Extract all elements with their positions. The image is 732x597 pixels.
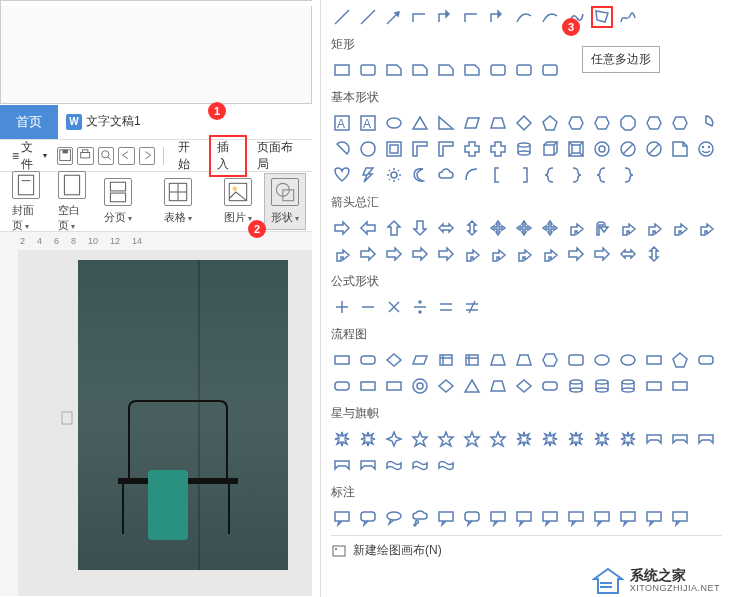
shape-callout-13[interactable] [669, 507, 691, 529]
shape-arrow-18[interactable] [409, 243, 431, 265]
shape-star-11[interactable] [617, 428, 639, 450]
shape-basic-15[interactable] [331, 138, 353, 160]
shape-arrow-11[interactable] [617, 217, 639, 239]
shape-line-5[interactable] [461, 6, 483, 28]
new-canvas-button[interactable]: 新建绘图画布(N) [331, 535, 722, 565]
shape-arrow-6[interactable] [487, 217, 509, 239]
shape-basic-12[interactable] [643, 112, 665, 134]
shape-star-10[interactable] [591, 428, 613, 450]
shape-line-3[interactable] [409, 6, 431, 28]
preview-icon[interactable] [98, 147, 114, 165]
shape-basic-35[interactable] [461, 164, 483, 186]
shape-rect-0[interactable] [331, 59, 353, 81]
shape-callout-5[interactable] [461, 507, 483, 529]
shape-callout-9[interactable] [565, 507, 587, 529]
shape-basic-8[interactable] [539, 112, 561, 134]
shape-basic-20[interactable] [461, 138, 483, 160]
shape-star-5[interactable] [461, 428, 483, 450]
shape-star-7[interactable] [513, 428, 535, 450]
blank-page-button[interactable]: 空白页 [52, 167, 92, 237]
shape-callout-8[interactable] [539, 507, 561, 529]
shape-flow-25[interactable] [591, 375, 613, 397]
shape-formula-4[interactable] [435, 296, 457, 318]
shape-basic-3[interactable] [409, 112, 431, 134]
shape-arrow-16[interactable] [357, 243, 379, 265]
page-layout-menu[interactable]: 页面布局 [251, 135, 306, 177]
shapes-button[interactable]: 形状 [264, 173, 306, 230]
shape-arrow-5[interactable] [461, 217, 483, 239]
tab-document[interactable]: W 文字文稿1 [66, 113, 141, 130]
shape-basic-26[interactable] [617, 138, 639, 160]
shape-rect-8[interactable] [539, 59, 561, 81]
shape-basic-41[interactable] [617, 164, 639, 186]
shape-basic-21[interactable] [487, 138, 509, 160]
shape-formula-0[interactable] [331, 296, 353, 318]
shape-flow-26[interactable] [617, 375, 639, 397]
shape-basic-32[interactable] [383, 164, 405, 186]
shape-basic-24[interactable] [565, 138, 587, 160]
shape-line-7[interactable] [513, 6, 535, 28]
shape-arrow-19[interactable] [435, 243, 457, 265]
shape-arrow-12[interactable] [643, 217, 665, 239]
shape-basic-4[interactable] [435, 112, 457, 134]
shape-callout-11[interactable] [617, 507, 639, 529]
shape-basic-18[interactable] [409, 138, 431, 160]
shape-basic-31[interactable] [357, 164, 379, 186]
inserted-image[interactable] [78, 260, 288, 570]
shape-rect-4[interactable] [435, 59, 457, 81]
shape-flow-7[interactable] [513, 349, 535, 371]
shape-rect-3[interactable] [409, 59, 431, 81]
shape-arrow-21[interactable] [487, 243, 509, 265]
shape-formula-3[interactable] [409, 296, 431, 318]
shape-basic-29[interactable] [695, 138, 717, 160]
shape-arrow-15[interactable] [331, 243, 353, 265]
shape-callout-2[interactable] [383, 507, 405, 529]
shape-basic-5[interactable] [461, 112, 483, 134]
shape-flow-9[interactable] [565, 349, 587, 371]
shape-arrow-22[interactable] [513, 243, 535, 265]
shape-star-8[interactable] [539, 428, 561, 450]
shape-arrow-0[interactable] [331, 217, 353, 239]
shape-flow-15[interactable] [331, 375, 353, 397]
shape-flow-27[interactable] [643, 375, 665, 397]
shape-star-15[interactable] [331, 454, 353, 476]
shape-callout-12[interactable] [643, 507, 665, 529]
shape-flow-20[interactable] [461, 375, 483, 397]
shape-flow-22[interactable] [513, 375, 535, 397]
shape-basic-11[interactable] [617, 112, 639, 134]
shape-callout-0[interactable] [331, 507, 353, 529]
shape-basic-16[interactable] [357, 138, 379, 160]
shape-flow-8[interactable] [539, 349, 561, 371]
shape-arrow-13[interactable] [669, 217, 691, 239]
shape-flow-17[interactable] [383, 375, 405, 397]
shape-callout-4[interactable] [435, 507, 457, 529]
shape-star-14[interactable] [695, 428, 717, 450]
shape-arrow-10[interactable] [591, 217, 613, 239]
shape-star-3[interactable] [409, 428, 431, 450]
shape-basic-0[interactable]: A [331, 112, 353, 134]
shape-basic-25[interactable] [591, 138, 613, 160]
shape-flow-2[interactable] [383, 349, 405, 371]
shape-line-10[interactable] [591, 6, 613, 28]
shape-flow-4[interactable] [435, 349, 457, 371]
shape-line-0[interactable] [331, 6, 353, 28]
shape-basic-6[interactable] [487, 112, 509, 134]
shape-star-9[interactable] [565, 428, 587, 450]
shape-formula-2[interactable] [383, 296, 405, 318]
shape-arrow-3[interactable] [409, 217, 431, 239]
shape-basic-17[interactable] [383, 138, 405, 160]
shape-flow-6[interactable] [487, 349, 509, 371]
shape-basic-28[interactable] [669, 138, 691, 160]
shape-flow-13[interactable] [669, 349, 691, 371]
shape-star-19[interactable] [435, 454, 457, 476]
shape-star-4[interactable] [435, 428, 457, 450]
shape-basic-23[interactable] [539, 138, 561, 160]
shape-star-2[interactable] [383, 428, 405, 450]
shape-line-4[interactable] [435, 6, 457, 28]
shape-basic-27[interactable] [643, 138, 665, 160]
insert-menu[interactable]: 插入 [209, 135, 247, 177]
shape-basic-2[interactable] [383, 112, 405, 134]
shape-arrow-1[interactable] [357, 217, 379, 239]
shape-rect-2[interactable] [383, 59, 405, 81]
shape-basic-14[interactable] [695, 112, 717, 134]
